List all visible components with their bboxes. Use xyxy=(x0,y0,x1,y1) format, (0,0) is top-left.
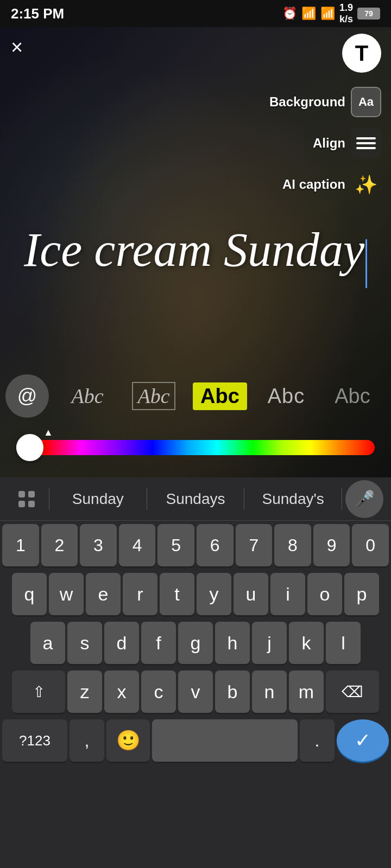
key-c[interactable]: c xyxy=(141,671,176,713)
letter-row-1: qwertyuiop xyxy=(0,570,391,618)
num-key-6[interactable]: 6 xyxy=(197,524,234,566)
key-b[interactable]: b xyxy=(215,671,250,713)
key-u[interactable]: u xyxy=(234,573,268,615)
bottom-row: ?123 , 🙂 . ✓ xyxy=(0,716,391,765)
num-key-8[interactable]: 8 xyxy=(274,524,311,566)
color-slider-area[interactable]: ▲ xyxy=(0,429,391,467)
key-z[interactable]: z xyxy=(67,671,102,713)
letter-row-3: ⇧zxcvbnm⌫ xyxy=(0,667,391,716)
background-label: Background xyxy=(269,94,345,110)
ai-caption-tool-row: AI caption ✨ xyxy=(282,169,381,200)
key-j[interactable]: j xyxy=(252,622,287,664)
key-d[interactable]: d xyxy=(104,622,139,664)
at-symbol-button[interactable]: @ xyxy=(5,374,49,418)
data-speed: 1.9k/s xyxy=(339,2,353,25)
font-style-3-active[interactable]: Abc xyxy=(187,374,253,418)
grid-dots xyxy=(18,491,35,507)
key-p[interactable]: p xyxy=(344,573,379,615)
key-r[interactable]: r xyxy=(123,573,157,615)
comma-key[interactable]: , xyxy=(70,719,104,762)
signal-icon: 📶 xyxy=(320,7,335,21)
mic-icon: 🎤 xyxy=(355,489,375,508)
emoji-icon: 🙂 xyxy=(116,729,141,752)
key-123-button[interactable]: ?123 xyxy=(2,719,67,762)
key-v[interactable]: v xyxy=(178,671,213,713)
line2 xyxy=(356,142,376,144)
period-key[interactable]: . xyxy=(300,719,335,762)
key-h[interactable]: h xyxy=(215,622,250,664)
mic-button[interactable]: 🎤 xyxy=(345,480,383,518)
main-text-display: Ice cream Sunday xyxy=(24,224,364,276)
key-t[interactable]: t xyxy=(160,573,194,615)
text-cursor xyxy=(365,239,367,288)
ai-caption-button[interactable]: ✨ xyxy=(351,169,381,200)
text-style-button[interactable]: T xyxy=(342,34,381,73)
key-g[interactable]: g xyxy=(178,622,213,664)
suggestions-row: Sunday Sundays Sunday's 🎤 xyxy=(0,477,391,521)
font-style-5[interactable]: Abc xyxy=(319,374,386,418)
num-key-9[interactable]: 9 xyxy=(313,524,350,566)
delete-key[interactable]: ⌫ xyxy=(326,671,379,713)
font-style-2[interactable]: Abc xyxy=(121,374,187,418)
align-label: Align xyxy=(313,136,345,151)
main-text-container[interactable]: Ice cream Sunday xyxy=(0,222,391,288)
dot3 xyxy=(18,501,25,507)
key-i[interactable]: i xyxy=(270,573,305,615)
num-key-3[interactable]: 3 xyxy=(80,524,117,566)
suggestion-1[interactable]: Sunday xyxy=(53,490,143,508)
key-m[interactable]: m xyxy=(289,671,324,713)
space-key[interactable] xyxy=(152,719,298,762)
key-n[interactable]: n xyxy=(252,671,287,713)
font-style-4[interactable]: Abc xyxy=(253,374,319,418)
time-display: 2:15 PM xyxy=(11,5,64,22)
divider4 xyxy=(342,488,342,510)
key-o[interactable]: o xyxy=(307,573,342,615)
color-thumb[interactable] xyxy=(16,434,43,461)
align-tool-row: Align xyxy=(313,128,381,158)
status-bar: 2:15 PM ⏰ 📶 📶 1.9k/s 79 xyxy=(0,0,391,27)
key-a[interactable]: a xyxy=(30,622,65,664)
key-k[interactable]: k xyxy=(289,622,324,664)
editor-area: × T Background Aa Align AI caption ✨ Ice xyxy=(0,27,391,477)
line1 xyxy=(356,137,376,139)
num-key-2[interactable]: 2 xyxy=(41,524,78,566)
status-icons: ⏰ 📶 📶 1.9k/s 79 xyxy=(282,2,380,25)
suggestion-2[interactable]: Sundays xyxy=(150,490,241,508)
num-key-7[interactable]: 7 xyxy=(236,524,273,566)
suggestion-3[interactable]: Sunday's xyxy=(248,490,338,508)
right-tools-panel: Background Aa Align AI caption ✨ xyxy=(269,87,381,200)
battery-icon: 79 xyxy=(357,8,380,20)
divider3 xyxy=(244,488,244,510)
keyboard-area: Sunday Sundays Sunday's 🎤 1234567890 qwe… xyxy=(0,477,391,868)
font-styles-row: @ Abc Abc Abc Abc Abc xyxy=(0,369,391,423)
line3 xyxy=(356,147,376,149)
emoji-key[interactable]: 🙂 xyxy=(106,719,150,762)
align-button[interactable] xyxy=(351,128,381,158)
key-s[interactable]: s xyxy=(67,622,102,664)
key-x[interactable]: x xyxy=(104,671,139,713)
key-l[interactable]: l xyxy=(326,622,361,664)
color-track[interactable]: ▲ xyxy=(16,440,375,455)
key-e[interactable]: e xyxy=(86,573,121,615)
close-button[interactable]: × xyxy=(11,37,23,58)
num-key-1[interactable]: 1 xyxy=(2,524,39,566)
divider2 xyxy=(147,488,147,510)
num-key-4[interactable]: 4 xyxy=(119,524,156,566)
font-style-1[interactable]: Abc xyxy=(54,374,121,418)
key-w[interactable]: w xyxy=(49,573,84,615)
key-f[interactable]: f xyxy=(141,622,176,664)
ai-caption-label: AI caption xyxy=(282,177,345,192)
key-y[interactable]: y xyxy=(197,573,231,615)
number-row: 1234567890 xyxy=(0,521,391,570)
wifi-icon: 📶 xyxy=(301,7,316,21)
dot1 xyxy=(18,491,25,497)
done-button[interactable]: ✓ xyxy=(337,719,389,762)
dot2 xyxy=(28,491,35,497)
background-button[interactable]: Aa xyxy=(351,87,381,117)
num-key-0[interactable]: 0 xyxy=(352,524,389,566)
num-key-5[interactable]: 5 xyxy=(157,524,194,566)
shift-key[interactable]: ⇧ xyxy=(12,671,65,713)
key-q[interactable]: q xyxy=(12,573,47,615)
background-tool-row: Background Aa xyxy=(269,87,381,117)
emoji-grid-button[interactable] xyxy=(8,480,46,518)
